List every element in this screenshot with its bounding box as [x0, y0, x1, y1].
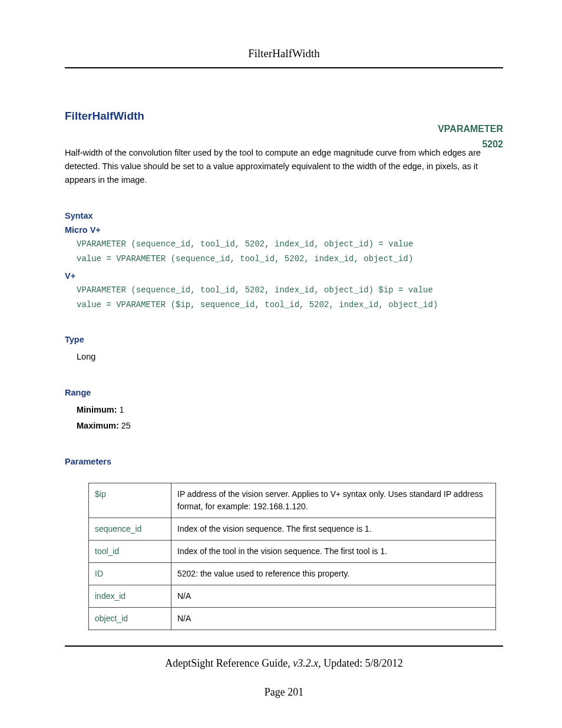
page-footer: AdeptSight Reference Guide, v3.2.x, Upda…	[65, 645, 503, 699]
table-row: sequence_id Index of the vision sequence…	[89, 518, 496, 540]
type-heading: Type	[65, 335, 503, 344]
table-row: tool_id Index of the tool in the vision …	[89, 540, 496, 562]
range-max-value: 25	[121, 421, 131, 430]
vplus-label: V+	[65, 271, 503, 281]
footer-updated-label: , Updated:	[318, 657, 365, 669]
table-row: ID 5202: the value used to reference thi…	[89, 562, 496, 585]
parameters-table: $ip IP address of the vision server. App…	[88, 483, 496, 630]
description-text: Half-width of the convolution filter use…	[65, 146, 503, 187]
page-title: FilterHalfWidth	[65, 110, 503, 123]
micro-vplus-label: Micro V+	[65, 225, 503, 235]
parameter-tag: VPARAMETER 5202	[438, 121, 503, 151]
tag-label: VPARAMETER	[438, 121, 503, 137]
micro-vplus-code: VPARAMETER (sequence_id, tool_id, 5202, …	[77, 237, 503, 266]
footer-version: , v3.2.x	[287, 657, 318, 669]
param-desc: N/A	[171, 585, 496, 607]
param-desc: 5202: the value used to reference this p…	[171, 562, 496, 585]
syntax-heading: Syntax	[65, 211, 503, 220]
footer-page-number: 201	[287, 686, 303, 698]
param-desc: Index of the tool in the vision sequence…	[171, 540, 496, 562]
param-name: $ip	[89, 483, 171, 518]
range-min-label: Minimum:	[77, 405, 117, 414]
table-row: object_id N/A	[89, 607, 496, 630]
range-heading: Range	[65, 388, 503, 397]
footer-updated-date: 5/8/2012	[365, 657, 403, 669]
tag-code: 5202	[438, 137, 503, 152]
param-name: sequence_id	[89, 518, 171, 540]
param-name: index_id	[89, 585, 171, 607]
range-max: Maximum: 25	[77, 418, 503, 434]
param-name: ID	[89, 562, 171, 585]
param-desc: Index of the vision sequence. The first …	[171, 518, 496, 540]
range-max-label: Maximum:	[77, 421, 119, 430]
table-row: index_id N/A	[89, 585, 496, 607]
type-value: Long	[77, 349, 503, 365]
table-row: $ip IP address of the vision server. App…	[89, 483, 496, 518]
param-desc: N/A	[171, 607, 496, 630]
param-name: object_id	[89, 607, 171, 630]
range-min-value: 1	[120, 405, 124, 414]
vplus-code: VPARAMETER (sequence_id, tool_id, 5202, …	[77, 283, 503, 312]
running-header: FilterHalfWidth	[65, 47, 503, 68]
param-desc: IP address of the vision server. Applies…	[171, 483, 496, 518]
param-name: tool_id	[89, 540, 171, 562]
parameters-heading: Parameters	[65, 457, 503, 466]
footer-page-label: Page	[265, 686, 288, 698]
range-min: Minimum: 1	[77, 402, 503, 419]
footer-doc-title: AdeptSight Reference Guide	[165, 657, 287, 669]
